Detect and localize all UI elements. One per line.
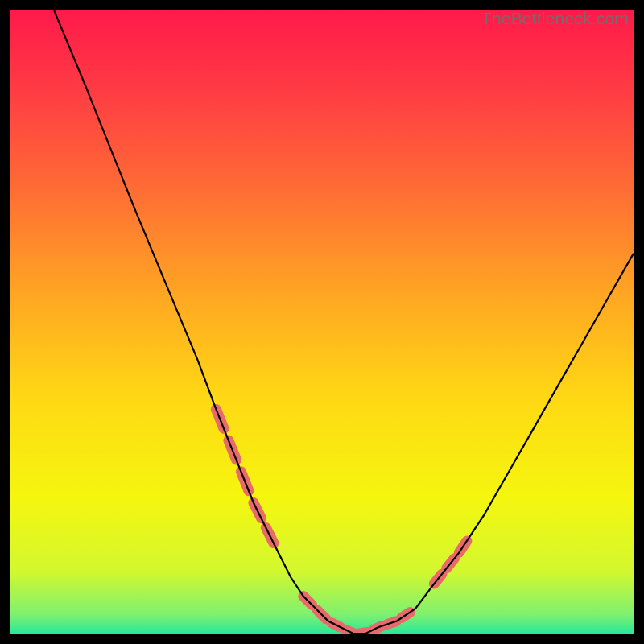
- chart-frame: TheBottleneck.com: [10, 10, 634, 634]
- bottleneck-chart: [10, 10, 634, 634]
- watermark-text: TheBottleneck.com: [481, 9, 629, 28]
- chart-background: [10, 10, 634, 634]
